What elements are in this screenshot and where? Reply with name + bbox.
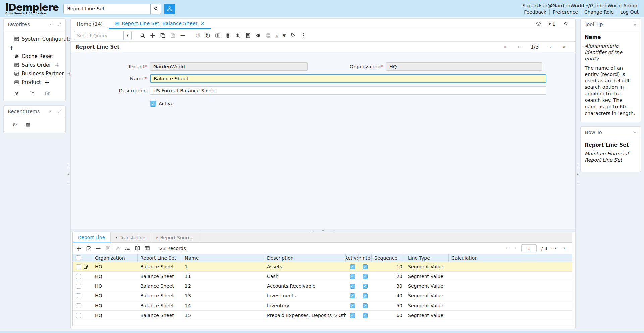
first-page-icon[interactable]: ⇤ (505, 246, 510, 251)
printed-checkbox[interactable] (363, 284, 368, 289)
zoom-across-button[interactable] (235, 32, 241, 38)
active-checkbox[interactable] (350, 303, 355, 308)
column-header[interactable]: Description (264, 254, 346, 262)
next-page-icon[interactable]: → (552, 246, 556, 251)
active-checkbox[interactable] (350, 284, 355, 289)
description-field[interactable] (150, 86, 546, 95)
search-button[interactable] (150, 4, 161, 14)
print-button[interactable] (265, 32, 271, 38)
preference-link[interactable]: Preference (550, 9, 581, 15)
previous-record-icon[interactable]: ← (518, 44, 522, 50)
printed-checkbox[interactable] (363, 274, 368, 279)
grid-toggle-button[interactable] (215, 32, 221, 38)
tab-home[interactable]: Home (14) (71, 19, 109, 29)
edit-line-button[interactable] (86, 245, 92, 251)
collapse-all-icon[interactable] (563, 21, 569, 27)
find-record-button[interactable] (140, 32, 145, 38)
active-checkbox[interactable] (350, 264, 355, 269)
save-button[interactable] (170, 32, 176, 38)
first-record-icon[interactable]: ⇤ (504, 44, 508, 50)
trash-icon[interactable] (25, 122, 31, 128)
delete-line-button[interactable]: − (96, 245, 101, 252)
row-checkbox[interactable] (76, 293, 81, 298)
tab-report-line-set[interactable]: Report Line Set: Balance Sheet × (109, 19, 211, 29)
process-button[interactable] (255, 32, 261, 38)
refresh-icon[interactable]: ↻ (12, 122, 17, 128)
save-line-button[interactable] (105, 245, 111, 251)
new-line-button[interactable]: + (76, 245, 82, 252)
favorite-add-node[interactable]: + (8, 43, 63, 52)
report-button[interactable] (245, 32, 251, 38)
label-button[interactable] (290, 32, 296, 38)
tab-translation[interactable]: ▸ Translation (111, 232, 151, 242)
printed-checkbox[interactable] (363, 264, 368, 269)
process-line-button[interactable] (115, 245, 121, 251)
detail-record-button[interactable]: ▼ (283, 34, 286, 38)
column-header[interactable]: Organization (92, 254, 138, 262)
favorite-item-sales-order[interactable]: Sales Order + (14, 61, 63, 69)
tab-report-source[interactable]: ▸ Report Source (151, 232, 199, 242)
name-field[interactable] (150, 74, 546, 83)
undo-button[interactable]: ↺ (195, 32, 201, 39)
horizontal-splitter[interactable]: … ▾ … (71, 229, 575, 232)
table-row[interactable]: HQ Balance Sheet 14 Inventory 50 Segment… (73, 301, 572, 311)
select-query-combo[interactable]: Select Query ▼ (74, 31, 132, 40)
more-actions-button[interactable]: ⋮ (300, 32, 306, 39)
logout-link[interactable]: Log Out (617, 9, 639, 15)
favorite-item-system-configurator[interactable]: System Configurator (14, 35, 63, 43)
last-page-icon[interactable]: ⇥ (561, 246, 565, 251)
column-header[interactable]: Name (182, 254, 264, 262)
attachment-button[interactable] (225, 32, 231, 38)
table-row[interactable]: HQ Balance Sheet 1 Assets 10 Segment Val… (73, 262, 572, 272)
last-record-icon[interactable]: ⇥ (561, 44, 565, 50)
favorite-item-business-partner[interactable]: Business Partner + (14, 69, 63, 78)
collapse-panel-icon[interactable] (49, 109, 53, 113)
requery-button[interactable]: ↻ (205, 32, 211, 39)
combo-dropdown-button[interactable]: ▼ (123, 31, 131, 40)
new-record-button[interactable]: + (150, 32, 156, 39)
app-logo[interactable]: iDempiere Open Source ▮ ERP System (5, 3, 59, 15)
collapse-down-icon[interactable]: ▾ (322, 229, 324, 232)
column-header[interactable]: Calculation (449, 254, 572, 262)
column-header[interactable]: Printed (359, 254, 372, 262)
edit-row-icon[interactable] (83, 264, 89, 269)
tenant-field[interactable] (150, 62, 308, 71)
new-record-icon[interactable]: + (45, 79, 49, 86)
tab-report-line[interactable]: Report Line (73, 232, 111, 242)
active-checkbox[interactable] (350, 293, 355, 298)
page-number-input[interactable] (521, 244, 537, 252)
open-windows-dropdown[interactable]: ▼ 1 (549, 21, 555, 27)
previous-page-icon[interactable]: ‹ (515, 246, 517, 251)
table-row[interactable]: HQ Balance Sheet 13 Investments 40 Segme… (73, 291, 572, 301)
row-checkbox[interactable] (76, 303, 81, 308)
printed-checkbox[interactable] (363, 313, 368, 318)
feedback-link[interactable]: Feedback (521, 9, 550, 15)
column-header[interactable]: Report Line Set (138, 254, 182, 262)
column-header[interactable]: Line Type (405, 254, 449, 262)
expand-panel-icon[interactable] (57, 22, 61, 26)
select-all-checkbox[interactable] (76, 255, 81, 260)
close-tab-icon[interactable]: × (200, 20, 205, 26)
table-row[interactable]: HQ Balance Sheet 11 Cash 20 Segment Valu… (73, 272, 572, 281)
active-checkbox[interactable] (350, 274, 355, 279)
expand-panel-icon[interactable] (57, 109, 61, 113)
change-role-link[interactable]: Change Role (581, 9, 617, 15)
collapse-right-icon[interactable]: ▸ (577, 172, 579, 176)
menu-tree-button[interactable] (164, 4, 175, 14)
collapse-panel-icon[interactable] (49, 22, 53, 26)
right-splitter[interactable]: ⋮ ▸ ⋮ (576, 18, 580, 329)
column-header[interactable]: Sequence (372, 254, 405, 262)
parent-record-button[interactable]: ▲ (275, 34, 278, 38)
next-record-icon[interactable]: → (547, 44, 552, 50)
quick-grid-button[interactable] (144, 245, 150, 251)
collapse-panel-icon[interactable] (633, 22, 637, 26)
table-row[interactable]: HQ Balance Sheet 12 Accounts Receivable … (73, 281, 572, 291)
favorite-item-cache-reset[interactable]: Cache Reset (14, 52, 63, 61)
global-search-input[interactable] (64, 4, 150, 14)
edit-note-icon[interactable] (45, 91, 50, 96)
active-checkbox[interactable] (350, 313, 355, 318)
new-record-icon[interactable]: + (55, 62, 59, 68)
organization-field[interactable] (386, 62, 542, 71)
folder-icon[interactable] (29, 91, 35, 96)
table-row[interactable]: HQ Balance Sheet 15 Prepaid Expenses, De… (73, 311, 572, 320)
